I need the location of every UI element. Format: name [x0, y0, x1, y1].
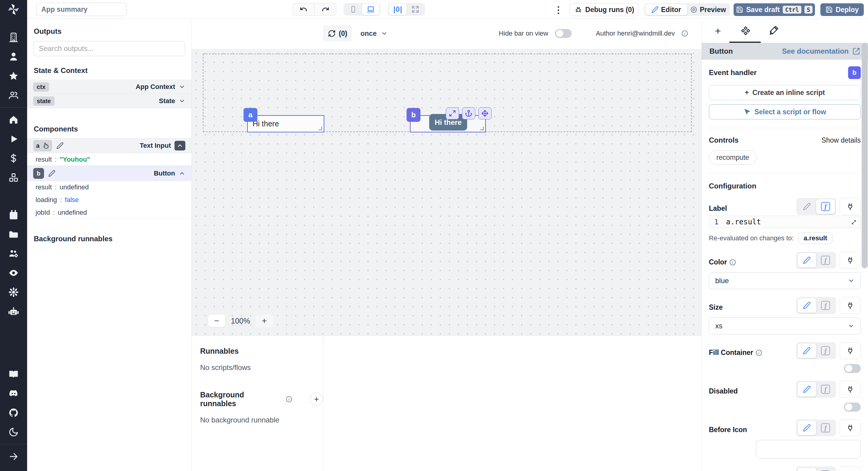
component-row-b[interactable]: b Button	[27, 166, 191, 181]
desktop-view-button[interactable]	[362, 4, 379, 15]
anchor-component-button[interactable]	[462, 107, 475, 119]
event-handler-component-badge[interactable]: b	[848, 66, 861, 79]
add-background-runnable-button[interactable]: +	[310, 392, 323, 406]
folder-icon	[8, 229, 19, 239]
resize-handle[interactable]	[480, 127, 484, 130]
eval-expression-button[interactable]: f	[816, 468, 835, 471]
folders-button[interactable]	[0, 225, 27, 244]
recompute-button[interactable]: recompute	[709, 150, 757, 165]
eval-expression-button[interactable]: f	[816, 344, 835, 358]
label-expression-editor[interactable]: 1 a.result	[709, 215, 861, 228]
tab-styling[interactable]	[760, 19, 787, 42]
refresh-mode-dropdown[interactable]: once	[361, 25, 388, 41]
user-button[interactable]	[0, 47, 27, 66]
tab-component-settings[interactable]	[732, 19, 760, 42]
deploy-button[interactable]: Deploy	[820, 3, 864, 16]
discord-button[interactable]	[0, 384, 27, 403]
prop-row-b-jobid: jobId : undefined	[27, 206, 191, 219]
connect-output-button[interactable]	[840, 342, 861, 359]
ai-assistant-button[interactable]	[0, 302, 27, 321]
refresh-button[interactable]: (0)	[323, 25, 352, 41]
canvas-text-input-a[interactable]: Hi there	[247, 115, 324, 133]
create-inline-script-button[interactable]: + Create an inline script	[709, 85, 861, 100]
static-value-button[interactable]	[798, 421, 816, 435]
search-outputs-input[interactable]	[34, 41, 185, 56]
static-value-button[interactable]	[798, 199, 816, 214]
connect-output-button[interactable]	[840, 381, 861, 398]
fill-container-toggle[interactable]	[844, 364, 861, 373]
chevron-up-icon[interactable]	[179, 170, 185, 177]
disabled-toggle[interactable]	[844, 403, 861, 412]
favorites-button[interactable]	[0, 66, 27, 86]
groups-button[interactable]	[0, 86, 27, 105]
settings-scrollbar[interactable]	[862, 43, 868, 268]
see-documentation-link[interactable]: See documentation	[782, 47, 860, 56]
tab-preview[interactable]: Preview	[687, 4, 729, 15]
expand-component-button[interactable]	[446, 107, 459, 119]
size-select[interactable]: xs	[709, 318, 861, 334]
connect-output-button[interactable]	[840, 297, 861, 314]
eval-expression-button[interactable]: f	[816, 253, 835, 267]
static-value-button[interactable]	[798, 298, 816, 313]
hide-bar-toggle[interactable]	[555, 29, 572, 38]
before-icon-input[interactable]	[756, 440, 861, 459]
more-menu-button[interactable]: ⋮	[554, 4, 563, 16]
static-value-button[interactable]	[798, 253, 816, 267]
eval-expression-button[interactable]: f	[816, 298, 835, 313]
color-select[interactable]: blue	[709, 272, 861, 289]
static-value-button[interactable]	[798, 382, 816, 396]
dark-mode-button[interactable]	[0, 422, 27, 442]
chevron-down-icon[interactable]	[179, 98, 185, 104]
expand-sidebar-button[interactable]	[0, 447, 27, 466]
pencil-icon[interactable]	[56, 142, 64, 149]
tab-editor[interactable]: Editor	[645, 4, 687, 15]
undo-button[interactable]	[293, 3, 314, 16]
variables-button[interactable]	[0, 149, 27, 168]
save-draft-button[interactable]: Save draft Ctrl S	[734, 3, 815, 16]
runs-button[interactable]	[0, 129, 27, 149]
connect-output-button[interactable]	[840, 252, 861, 269]
move-component-button[interactable]	[478, 107, 492, 119]
chevron-down-icon[interactable]	[179, 84, 185, 90]
resources-button[interactable]	[0, 168, 27, 187]
static-value-button[interactable]	[798, 344, 816, 358]
docs-button[interactable]	[0, 364, 27, 384]
connect-output-button[interactable]	[840, 467, 861, 471]
connect-output-button[interactable]	[840, 198, 861, 215]
static-value-button[interactable]	[798, 468, 816, 471]
workspace-button[interactable]	[0, 28, 27, 47]
connect-output-button[interactable]	[840, 419, 861, 436]
github-button[interactable]	[0, 403, 27, 422]
full-width-button[interactable]	[407, 4, 424, 15]
settings-button[interactable]	[0, 283, 27, 302]
component-row-a[interactable]: a Text Input	[27, 138, 191, 153]
home-button[interactable]	[0, 110, 27, 129]
windmill-logo[interactable]	[0, 0, 27, 19]
expand-editor-button[interactable]	[849, 217, 859, 227]
app-summary-input[interactable]	[36, 3, 127, 16]
tab-insert-component[interactable]: +	[704, 19, 732, 42]
reeval-dependency-pill[interactable]: a.result	[798, 233, 832, 244]
pencil-icon[interactable]	[48, 170, 56, 177]
eval-expression-button[interactable]: f	[816, 421, 835, 435]
show-details-link[interactable]: Show details	[822, 136, 861, 144]
zoom-out-button[interactable]: −	[208, 315, 225, 327]
ctx-row[interactable]: ctx App Context	[27, 80, 191, 94]
canvas-component-a-badge[interactable]: a	[244, 108, 257, 122]
redo-button[interactable]	[314, 3, 336, 16]
app-canvas[interactable]: a Hi there b Hi there	[192, 49, 701, 335]
center-layout-button[interactable]: |0|	[389, 4, 407, 15]
eval-expression-button[interactable]: f	[816, 382, 835, 396]
canvas-component-b-badge[interactable]: b	[407, 108, 421, 122]
mobile-view-button[interactable]	[344, 4, 362, 15]
resize-handle[interactable]	[318, 127, 322, 130]
groups-admin-button[interactable]	[0, 244, 27, 263]
audit-logs-button[interactable]	[0, 263, 27, 283]
zoom-in-button[interactable]: +	[255, 315, 273, 327]
eval-expression-button[interactable]: f	[816, 199, 835, 214]
schedules-button[interactable]	[0, 205, 27, 225]
state-row[interactable]: state State	[27, 94, 191, 108]
collapse-a-button[interactable]	[175, 141, 185, 150]
debug-runs-button[interactable]: Debug runs (0)	[569, 3, 639, 16]
select-script-or-flow-button[interactable]: Select a script or flow	[709, 104, 861, 119]
